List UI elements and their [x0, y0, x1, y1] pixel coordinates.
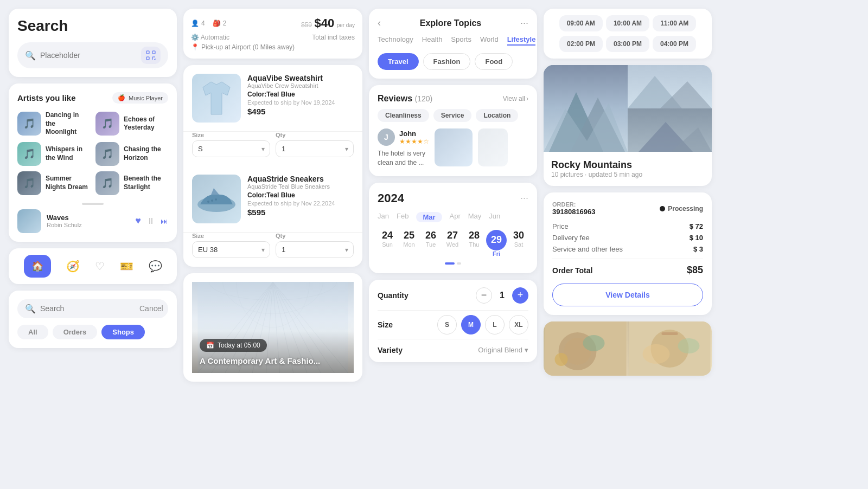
back-button[interactable]: ‹ [378, 17, 381, 29]
product-item-sweatshirt: AquaVibe Sweatshirt AquaVibe Crew Sweats… [183, 65, 362, 132]
search-input[interactable] [40, 51, 137, 60]
time-slot-2pm[interactable]: 02:00 PM [559, 36, 603, 52]
filter-tab-all[interactable]: All [17, 325, 48, 339]
times-card: 09:00 AM 10:00 AM 11:00 AM 02:00 PM 03:0… [544, 9, 712, 59]
np-controls: ♥ ⏸ ⏭ [135, 215, 168, 227]
bag-count: 2 [223, 20, 227, 27]
bag-meta: 🎒 2 [213, 20, 227, 27]
size-select[interactable]: S M L XL [192, 140, 270, 157]
cal-month-feb[interactable]: Feb [397, 212, 409, 222]
pause-button[interactable]: ⏸ [146, 216, 155, 226]
size-select-wrapper[interactable]: EU 38 EU 39 EU 40 [192, 241, 270, 258]
cal-day-29[interactable]: 29 Fri [486, 230, 507, 257]
cal-day-27[interactable]: 27 Wed [443, 230, 462, 257]
like-button[interactable]: ♥ [135, 215, 141, 227]
time-slot-11am[interactable]: 11:00 AM [653, 15, 696, 31]
size-select-wrapper[interactable]: S M L XL [192, 140, 270, 157]
compass-nav-button[interactable]: 🧭 [66, 260, 80, 273]
topic-pills: Travel Fashion Food [378, 53, 528, 70]
view-details-button[interactable]: View Details [552, 284, 703, 306]
review-tag-service[interactable]: Service [433, 109, 472, 122]
variety-value[interactable]: Original Blend ▾ [478, 346, 528, 354]
cal-month-apr[interactable]: Apr [450, 212, 461, 222]
size-select[interactable]: EU 38 EU 39 EU 40 [192, 241, 270, 258]
quantity-value: 1 [500, 291, 505, 300]
time-slot-10am[interactable]: 10:00 AM [606, 15, 649, 31]
next-button[interactable]: ⏭ [161, 217, 168, 226]
review-tag-location[interactable]: Location [476, 109, 518, 122]
filter-tab-shops[interactable]: Shops [101, 325, 145, 339]
qty-increase-button[interactable]: + [512, 287, 528, 304]
heart-nav-button[interactable]: ♡ [95, 260, 105, 273]
artist-item[interactable]: 🎵 Echoes ofYesterday [95, 111, 168, 137]
size-l-button[interactable]: L [485, 315, 505, 334]
view-all-button[interactable]: View all › [503, 95, 528, 102]
size-s-button[interactable]: S [437, 315, 457, 334]
cal-month-mar[interactable]: Mar [416, 212, 442, 222]
qty-select[interactable]: 1 2 3 [276, 140, 354, 157]
music-player-badge[interactable]: 🍎 Music Player [112, 92, 168, 104]
artist-item[interactable]: 🎵 Whispers inthe Wind [17, 142, 90, 166]
artist-name: Dancing in theMoonlight [46, 111, 90, 137]
time-slot-4pm[interactable]: 04:00 PM [653, 36, 696, 52]
bottom-search-input[interactable] [40, 304, 135, 313]
topic-nav-lifestyle[interactable]: Lifestyle [507, 35, 536, 46]
qty-select[interactable]: 1 2 3 [276, 241, 354, 258]
chat-nav-button[interactable]: 💬 [149, 260, 162, 273]
qty-select-wrapper[interactable]: 1 2 3 [276, 241, 354, 258]
home-nav-button[interactable]: 🏠 [24, 255, 51, 278]
artist-item[interactable]: 🎵 Chasing theHorizon [95, 142, 168, 166]
topic-nav-health[interactable]: Health [422, 35, 443, 46]
calendar-header: 2024 ··· [378, 191, 528, 205]
time-slot-9am[interactable]: 09:00 AM [559, 15, 603, 31]
topic-nav-technology[interactable]: Technology [378, 35, 413, 46]
artists-title: Artists you like [17, 93, 76, 102]
scan-icon [145, 50, 156, 61]
review-item: J John ★★★★☆ The hotel is very clean and… [378, 128, 508, 168]
service-amount: $ 3 [693, 245, 703, 253]
total-label: Total incl taxes [312, 34, 355, 41]
ticket-nav-button[interactable]: 🎫 [120, 260, 133, 273]
cal-month-jan[interactable]: Jan [378, 212, 389, 222]
more-button[interactable]: ··· [520, 17, 528, 29]
qty-select-wrapper[interactable]: 1 2 3 [276, 140, 354, 157]
cal-day-24[interactable]: 24 Sun [378, 230, 397, 257]
topic-pill-fashion[interactable]: Fashion [423, 53, 471, 70]
cal-month-may[interactable]: May [468, 212, 482, 222]
time-slot-3pm[interactable]: 03:00 PM [606, 36, 649, 52]
svg-point-48 [555, 353, 568, 366]
np-info: Waves Robin Schulz [47, 214, 130, 228]
scan-button[interactable] [141, 47, 161, 64]
qty-decrease-button[interactable]: − [476, 287, 492, 304]
topic-pill-food[interactable]: Food [475, 53, 513, 70]
calendar-more-button[interactable]: ··· [520, 192, 528, 204]
mountain-svg-main [544, 65, 628, 152]
size-m-button[interactable]: M [461, 315, 481, 334]
video-card[interactable]: 📅 Today at 05:00 A Contemporary Art & Fa… [183, 273, 362, 382]
cancel-button[interactable]: Cancel [139, 304, 163, 313]
cal-month-jun[interactable]: Jun [489, 212, 500, 222]
product-ship-date: Expected to ship by Nov 19,2024 [247, 99, 354, 106]
mountains-info: Rocky Mountains 10 pictures · updated 5 … [544, 152, 712, 186]
topic-nav-sports[interactable]: Sports [451, 35, 471, 46]
svg-point-8 [207, 201, 209, 203]
filter-tab-orders[interactable]: Orders [53, 325, 98, 339]
artist-item[interactable]: 🎵 SummerNights Dream [17, 171, 90, 195]
person-meta: 👤 4 [191, 20, 205, 27]
review-tag-cleanliness[interactable]: Cleanliness [378, 109, 429, 122]
cal-day-28[interactable]: 28 Thu [464, 230, 484, 257]
cal-day-30[interactable]: 30 Sat [509, 230, 528, 257]
cal-day-25[interactable]: 25 Mon [399, 230, 419, 257]
artist-item[interactable]: 🎵 Dancing in theMoonlight [17, 111, 90, 137]
artist-thumb: 🎵 [17, 112, 41, 136]
product-price: $595 [247, 208, 354, 217]
price-label: Price [552, 222, 569, 230]
size-group: Size EU 38 EU 39 EU 40 [192, 233, 270, 258]
mountain-main-photo [544, 65, 628, 152]
size-xl-button[interactable]: XL [509, 315, 528, 334]
food-right-photo [628, 321, 712, 376]
artist-item[interactable]: 🎵 Beneath theStarlight [95, 171, 168, 195]
cal-day-26[interactable]: 26 Tue [421, 230, 441, 257]
topic-nav-world[interactable]: World [480, 35, 499, 46]
topic-pill-travel[interactable]: Travel [378, 53, 419, 70]
